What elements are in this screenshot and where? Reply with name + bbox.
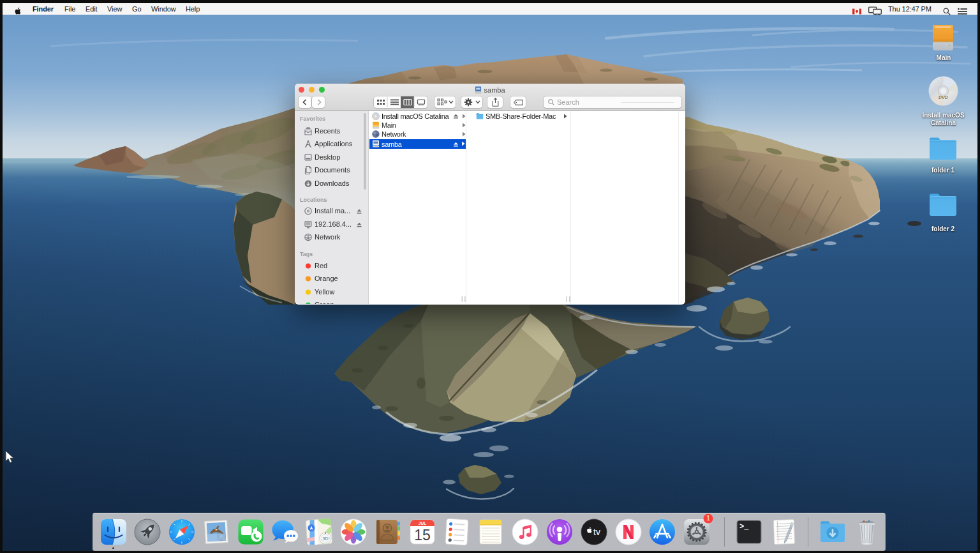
- svg-text:JUL: JUL: [419, 521, 426, 526]
- svg-text:>_: >_: [739, 522, 749, 531]
- svg-text:1: 1: [706, 515, 710, 522]
- svg-text:DVD: DVD: [939, 95, 948, 100]
- svg-text:3D: 3D: [323, 536, 329, 541]
- svg-text:15: 15: [414, 527, 431, 543]
- svg-text:tv: tv: [593, 527, 600, 537]
